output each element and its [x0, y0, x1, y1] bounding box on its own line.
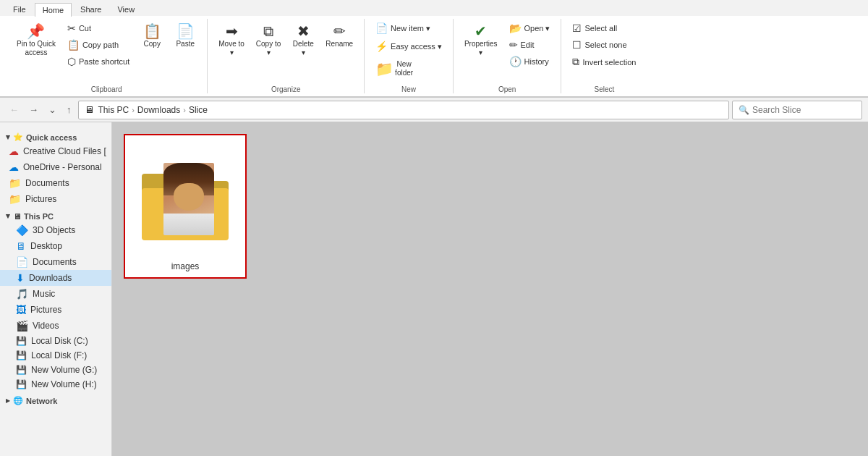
clipboard-items: 📌 Pin to Quickaccess ✂ Cut 📋 Copy path ⬡…: [12, 19, 201, 83]
pin-to-quick-access-button[interactable]: 📌 Pin to Quickaccess: [12, 20, 61, 61]
computer-icon: 🖥: [85, 104, 94, 115]
this-pc-icon: 🖥: [13, 212, 21, 221]
music-icon: 🎵: [16, 288, 28, 300]
quick-access-label: Quick access: [26, 133, 77, 142]
quick-access-icon: ⭐: [13, 132, 23, 142]
sidebar-item-3d-objects[interactable]: 🔷 3D Objects: [0, 222, 111, 238]
history-button[interactable]: 🕐 History: [504, 54, 556, 69]
copy-to-button[interactable]: ⧉ Copy to▾: [251, 20, 286, 61]
tab-view[interactable]: View: [110, 3, 142, 16]
new-folder-button[interactable]: 📁 Newfolder: [370, 56, 418, 81]
search-box[interactable]: 🔍: [732, 101, 862, 119]
folder-face-face: [174, 183, 204, 211]
sidebar-item-documents-qa[interactable]: 📁 Documents: [0, 175, 111, 191]
select-none-button[interactable]: ☐ Select none: [567, 37, 641, 53]
local-disk-f-label: Local Disk (F:): [31, 350, 87, 360]
edit-icon: ✏: [509, 39, 518, 51]
delete-icon: ✖: [297, 24, 310, 38]
pin-icon: 📌: [27, 24, 45, 38]
sidebar-item-new-volume-h[interactable]: 💾 New Volume (H:): [0, 377, 111, 392]
rename-icon: ✏: [333, 24, 346, 38]
onedrive-icon: ☁: [9, 161, 19, 173]
folder-icon-wrapper: [138, 148, 232, 257]
tab-share[interactable]: Share: [73, 3, 109, 16]
downloads-label: Downloads: [29, 273, 72, 283]
folder-face-body: [163, 214, 214, 235]
sidebar-item-pictures-qa[interactable]: 📁 Pictures: [0, 191, 111, 207]
copy-icon: 📋: [143, 24, 161, 38]
desktop-label: Desktop: [30, 241, 62, 251]
new-volume-g-label: New Volume (G:): [31, 365, 97, 375]
paste-button[interactable]: 📄 Paste: [169, 20, 201, 52]
new-label: New: [401, 83, 416, 93]
sidebar-item-creative-cloud[interactable]: ☁ Creative Cloud Files [: [0, 143, 111, 159]
delete-button[interactable]: ✖ Delete▾: [287, 20, 319, 61]
select-all-button[interactable]: ☑ Select all: [567, 20, 641, 36]
easy-access-button[interactable]: ⚡ Easy access ▾: [370, 38, 447, 54]
cut-icon: ✂: [67, 22, 76, 34]
organize-label: Organize: [271, 83, 301, 93]
new-volume-g-icon: 💾: [16, 365, 27, 375]
quick-access-header[interactable]: ▾ ⭐ Quick access: [0, 128, 111, 143]
network-icon: 🌐: [13, 396, 23, 405]
organize-items: ➡ Move to▾ ⧉ Copy to▾ ✖ Delete▾ ✏ Rename: [213, 19, 358, 83]
sidebar-item-music[interactable]: 🎵 Music: [0, 286, 111, 302]
quick-access-chevron: ▾: [6, 132, 10, 142]
this-pc-header[interactable]: ▾ 🖥 This PC: [0, 207, 111, 222]
invert-icon: ⧉: [572, 56, 579, 68]
invert-selection-button[interactable]: ⧉ Invert selection: [567, 54, 641, 70]
creative-cloud-label: Creative Cloud Files [: [23, 146, 106, 156]
onedrive-label: OneDrive - Personal: [23, 162, 102, 172]
copy-button[interactable]: 📋 Copy: [136, 20, 168, 52]
ribbon: File Home Share View 📌 Pin to Quickacces…: [0, 0, 868, 98]
3d-objects-label: 3D Objects: [33, 225, 75, 235]
tab-file[interactable]: File: [6, 3, 33, 16]
forward-button[interactable]: →: [25, 102, 42, 117]
paste-shortcut-button[interactable]: ⬡ Paste shortcut: [62, 54, 135, 69]
sidebar-item-desktop[interactable]: 🖥 Desktop: [0, 238, 111, 254]
network-chevron: ▸: [6, 396, 10, 405]
desktop-icon: 🖥: [16, 240, 26, 252]
address-box[interactable]: 🖥 This PC › Downloads › Slice: [78, 101, 730, 119]
breadcrumb-slice[interactable]: Slice: [189, 105, 208, 115]
sidebar-item-downloads[interactable]: ⬇ Downloads: [0, 270, 111, 286]
sidebar-item-onedrive[interactable]: ☁ OneDrive - Personal: [0, 159, 111, 175]
network-label: Network: [26, 397, 57, 405]
open-button[interactable]: 📂 Open ▾: [504, 20, 556, 36]
pictures-icon: 🖼: [16, 304, 26, 316]
new-items: 📄 New item ▾ ⚡ Easy access ▾ 📁 Newfolder: [370, 19, 447, 83]
edit-button[interactable]: ✏ Edit: [504, 37, 556, 53]
breadcrumb-this-pc[interactable]: This PC: [98, 105, 129, 115]
sidebar-item-documents[interactable]: 📄 Documents: [0, 254, 111, 270]
move-to-button[interactable]: ➡ Move to▾: [213, 20, 250, 61]
documents-qa-icon: 📁: [9, 177, 21, 189]
select-all-icon: ☑: [572, 22, 582, 34]
sidebar-item-videos[interactable]: 🎬 Videos: [0, 318, 111, 334]
new-volume-h-icon: 💾: [16, 379, 27, 389]
folder-item-images[interactable]: images: [124, 134, 247, 279]
music-label: Music: [33, 289, 55, 299]
sidebar-item-local-disk-c[interactable]: 💾 Local Disk (C:): [0, 334, 111, 348]
sidebar-item-new-volume-g[interactable]: 💾 New Volume (G:): [0, 363, 111, 377]
ribbon-group-organize: ➡ Move to▾ ⧉ Copy to▾ ✖ Delete▾ ✏ Rename…: [208, 19, 365, 93]
properties-button[interactable]: ✔ Properties▾: [459, 20, 503, 61]
search-input[interactable]: [752, 105, 856, 115]
sidebar-item-pictures[interactable]: 🖼 Pictures: [0, 302, 111, 318]
sidebar-item-local-disk-f[interactable]: 💾 Local Disk (F:): [0, 348, 111, 363]
copy-path-button[interactable]: 📋 Copy path: [62, 37, 135, 53]
cut-button[interactable]: ✂ Cut: [62, 20, 135, 36]
rename-button[interactable]: ✏ Rename: [320, 20, 358, 52]
new-item-button[interactable]: 📄 New item ▾: [370, 20, 435, 36]
folder-face: [163, 163, 214, 235]
up-button[interactable]: ↑: [63, 102, 75, 117]
breadcrumb-downloads[interactable]: Downloads: [137, 105, 180, 115]
local-disk-f-icon: 💾: [16, 350, 27, 360]
back-button[interactable]: ←: [6, 102, 22, 117]
open-label: Open: [498, 83, 516, 93]
recent-button[interactable]: ⌄: [45, 102, 60, 117]
open-items: ✔ Properties▾ 📂 Open ▾ ✏ Edit 🕐 History: [459, 19, 556, 83]
tab-home[interactable]: Home: [35, 3, 72, 17]
network-header[interactable]: ▸ 🌐 Network: [0, 392, 111, 407]
ribbon-group-open: ✔ Properties▾ 📂 Open ▾ ✏ Edit 🕐 History: [454, 19, 562, 93]
folder-label: images: [171, 261, 200, 271]
